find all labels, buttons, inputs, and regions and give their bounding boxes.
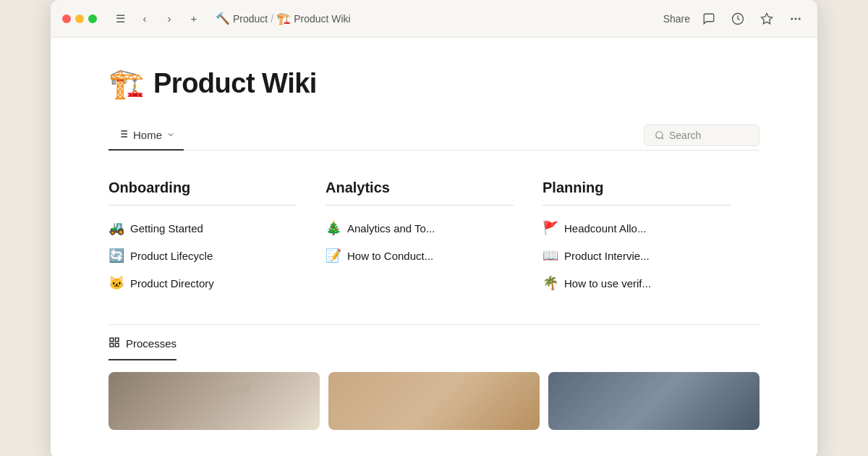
svg-point-4 xyxy=(799,17,801,20)
app-window: ☰ ‹ › + 🔨 Product / 🏗️ Product Wiki Shar… xyxy=(51,0,817,456)
onboarding-items: 🚜 Getting Started 🔄 Product Lifecycle 🐱 … xyxy=(109,216,297,295)
breadcrumb: 🔨 Product / 🏗️ Product Wiki xyxy=(216,12,351,25)
page-emoji: 🏗️ xyxy=(109,67,145,101)
svg-point-11 xyxy=(656,132,663,138)
item-headcount[interactable]: 🚩 Headcount Allo... xyxy=(542,216,731,240)
planning-title: Planning xyxy=(542,180,731,206)
breadcrumb-wiki[interactable]: 🏗️ Product Wiki xyxy=(276,12,351,25)
comment-icon[interactable] xyxy=(699,9,719,29)
sidebar-toggle-icon[interactable]: ☰ xyxy=(110,9,130,29)
share-button[interactable]: Share xyxy=(663,13,690,25)
headcount-label: Headcount Allo... xyxy=(564,222,646,235)
nav-home[interactable]: Home xyxy=(109,121,184,151)
process-card-2[interactable] xyxy=(328,372,540,430)
item-product-directory[interactable]: 🐱 Product Directory xyxy=(109,271,297,295)
product-interview-icon: 📖 xyxy=(542,248,558,263)
how-to-verif-label: How to use verif... xyxy=(564,277,651,290)
process-card-1[interactable] xyxy=(109,372,320,430)
columns-grid: Onboarding 🚜 Getting Started 🔄 Product L… xyxy=(109,180,760,295)
nav-controls: ☰ ‹ › + xyxy=(110,9,204,29)
add-icon[interactable]: + xyxy=(184,9,204,29)
processes-grid-icon xyxy=(109,337,120,350)
page-title-row: 🏗️ Product Wiki xyxy=(109,67,760,101)
svg-rect-14 xyxy=(115,338,119,342)
titlebar-actions: Share xyxy=(663,9,806,29)
titlebar: ☰ ‹ › + 🔨 Product / 🏗️ Product Wiki Shar… xyxy=(51,0,817,38)
svg-rect-16 xyxy=(110,343,114,347)
product-directory-label: Product Directory xyxy=(130,277,214,290)
maximize-button[interactable] xyxy=(88,14,97,23)
item-how-to-conduct[interactable]: 📝 How to Conduct... xyxy=(326,243,514,268)
breadcrumb-product-label: Product xyxy=(233,13,268,25)
product-icon: 🔨 xyxy=(216,12,230,25)
column-planning: Planning 🚩 Headcount Allo... 📖 Product I… xyxy=(542,180,760,295)
svg-line-12 xyxy=(662,138,664,140)
search-placeholder: Search xyxy=(669,130,701,141)
headcount-icon: 🚩 xyxy=(542,220,558,236)
svg-rect-15 xyxy=(115,343,119,347)
forward-icon[interactable]: › xyxy=(159,9,179,29)
history-icon[interactable] xyxy=(728,9,748,29)
analytics-to-icon: 🎄 xyxy=(326,220,341,236)
onboarding-title: Onboarding xyxy=(109,180,297,206)
search-box[interactable]: Search xyxy=(644,124,760,146)
search-icon xyxy=(655,130,665,140)
getting-started-label: Getting Started xyxy=(130,222,203,235)
column-analytics: Analytics 🎄 Analytics and To... 📝 How to… xyxy=(326,180,542,295)
item-product-lifecycle[interactable]: 🔄 Product Lifecycle xyxy=(109,243,297,268)
close-button[interactable] xyxy=(62,14,71,23)
nav-home-chevron xyxy=(166,129,175,141)
item-analytics-to[interactable]: 🎄 Analytics and To... xyxy=(326,216,514,240)
processes-cards xyxy=(109,372,760,430)
nav-home-label: Home xyxy=(133,129,162,141)
planning-items: 🚩 Headcount Allo... 📖 Product Intervie..… xyxy=(542,216,731,295)
getting-started-icon: 🚜 xyxy=(109,220,124,236)
star-icon[interactable] xyxy=(757,9,777,29)
product-lifecycle-label: Product Lifecycle xyxy=(130,250,213,262)
product-directory-icon: 🐱 xyxy=(109,275,124,291)
breadcrumb-product[interactable]: 🔨 Product xyxy=(216,12,268,25)
product-interview-label: Product Intervie... xyxy=(564,250,650,262)
svg-point-2 xyxy=(791,17,793,20)
item-product-interview[interactable]: 📖 Product Intervie... xyxy=(542,243,731,268)
wiki-breadcrumb-icon: 🏗️ xyxy=(276,12,291,25)
processes-tab[interactable]: Processes xyxy=(109,337,176,360)
wiki-navbar: Home Search xyxy=(109,121,760,151)
how-to-conduct-icon: 📝 xyxy=(326,248,341,263)
process-card-3[interactable] xyxy=(548,372,760,430)
wiki-nav-left: Home xyxy=(109,121,184,150)
svg-rect-13 xyxy=(110,338,114,342)
breadcrumb-separator: / xyxy=(271,13,273,25)
svg-marker-1 xyxy=(762,13,773,23)
back-icon[interactable]: ‹ xyxy=(135,9,155,29)
analytics-title: Analytics xyxy=(326,180,514,206)
svg-point-3 xyxy=(795,17,797,20)
page-content: 🏗️ Product Wiki Home Search xyxy=(51,38,817,456)
how-to-verif-icon: 🌴 xyxy=(542,275,558,291)
how-to-conduct-label: How to Conduct... xyxy=(347,250,433,262)
item-how-to-verif[interactable]: 🌴 How to use verif... xyxy=(542,271,731,295)
item-getting-started[interactable]: 🚜 Getting Started xyxy=(109,216,297,240)
page-title: Product Wiki xyxy=(153,68,317,99)
processes-section: Processes xyxy=(109,324,760,430)
home-list-icon xyxy=(117,128,129,142)
analytics-items: 🎄 Analytics and To... 📝 How to Conduct..… xyxy=(326,216,514,268)
column-onboarding: Onboarding 🚜 Getting Started 🔄 Product L… xyxy=(109,180,326,295)
analytics-to-label: Analytics and To... xyxy=(347,222,435,235)
product-lifecycle-icon: 🔄 xyxy=(109,248,124,263)
breadcrumb-wiki-label: Product Wiki xyxy=(294,13,351,25)
processes-tab-label: Processes xyxy=(126,337,176,350)
more-icon[interactable] xyxy=(786,9,806,29)
traffic-lights xyxy=(62,14,97,23)
minimize-button[interactable] xyxy=(75,14,84,23)
